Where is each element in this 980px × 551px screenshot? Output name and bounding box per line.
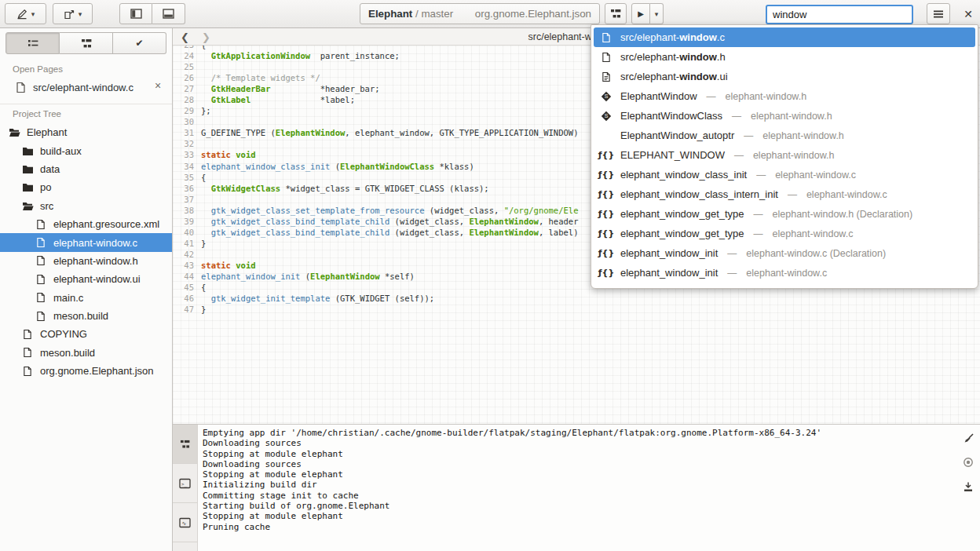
toggle-left-panel-button[interactable]: [119, 3, 152, 24]
result-location: elephant-window.c: [775, 170, 856, 181]
run-button[interactable]: ▶: [631, 3, 650, 24]
tree-item[interactable]: org.gnome.Elephant.json: [0, 362, 172, 380]
export-button[interactable]: ▾: [53, 3, 93, 24]
result-separator: —: [756, 170, 766, 181]
tree-item-label: meson.build: [53, 310, 108, 322]
nav-forward-icon[interactable]: ❯: [202, 31, 210, 43]
search-result[interactable]: ƒ{}elephant_window_init—elephant-window.…: [594, 263, 975, 283]
tree-icon: [81, 38, 92, 49]
result-location: elephant-window.h: [751, 111, 832, 122]
code-line: 46 gtk_widget_init_template (GTK_WIDGET …: [173, 293, 980, 304]
tree-item[interactable]: elephant.gresource.xml: [0, 215, 172, 233]
tree-item[interactable]: build-aux: [0, 141, 172, 159]
panel-tab-strip: >_ ∿: [173, 425, 198, 551]
tree-item[interactable]: meson.build: [0, 344, 172, 362]
search-result[interactable]: ƒ{}elephant_window_class_init—elephant-w…: [594, 165, 975, 184]
editor-mode-button[interactable]: ▾: [5, 3, 46, 24]
search-result[interactable]: ElephantWindow_autoptr—elephant-window.h: [594, 126, 975, 145]
search-result[interactable]: ƒ{}ELEPHANT_WINDOW—elephant-window.h: [594, 145, 975, 165]
tree-item[interactable]: Elephant: [0, 123, 172, 141]
result-location: elephant-window.h (Declaration): [773, 209, 913, 220]
save-log-icon[interactable]: [961, 480, 975, 494]
build-log[interactable]: Emptying app dir '/home/christian/.cache…: [203, 428, 941, 547]
file-icon: [600, 52, 612, 63]
tab-project-tree[interactable]: [60, 32, 113, 54]
pages-list-icon: [27, 38, 38, 48]
tree-item-label: COPYING: [40, 328, 87, 340]
tree-item[interactable]: data: [0, 160, 172, 178]
search-result[interactable]: src/elephant-window.ui: [594, 67, 975, 86]
tree-item-label: po: [40, 181, 51, 193]
search-result[interactable]: ƒ{}elephant_window_get_type—elephant-win…: [594, 224, 975, 243]
folder-icon: [21, 164, 34, 174]
record-log-icon[interactable]: [961, 455, 975, 469]
tree-item[interactable]: elephant-window.ui: [0, 270, 172, 288]
search-result[interactable]: ƒ{}elephant_window_get_type—elephant-win…: [594, 204, 975, 224]
result-separator: —: [754, 209, 763, 220]
svg-text:S: S: [605, 113, 609, 119]
search-result[interactable]: SElephantWindow—elephant-window.h: [594, 86, 975, 106]
open-page-item[interactable]: src/elephant-window.c ×: [0, 77, 172, 97]
svg-text:∿: ∿: [181, 520, 186, 526]
search-result[interactable]: src/elephant-window.c: [594, 27, 975, 47]
tab-terminal[interactable]: >_: [173, 464, 197, 503]
tree-item[interactable]: meson.build: [0, 307, 172, 325]
left-panel-icon: [130, 9, 142, 19]
branch-name: master: [421, 8, 453, 20]
run-options-button[interactable]: ▾: [650, 3, 664, 24]
global-search-input[interactable]: [766, 5, 913, 24]
function-icon: ƒ{}: [600, 189, 612, 199]
bottom-panel-icon: [163, 9, 174, 19]
tree-item[interactable]: elephant-window.c: [0, 233, 172, 251]
search-result[interactable]: ƒ{}elephant_window_init—elephant-window.…: [594, 243, 975, 263]
nav-back-icon[interactable]: ❮: [181, 31, 189, 43]
tree-item[interactable]: elephant-window.h: [0, 252, 172, 270]
svg-text:>_: >_: [181, 480, 188, 487]
log-line: Emptying app dir '/home/christian/.cache…: [203, 428, 941, 438]
function-icon: ƒ{}: [600, 150, 612, 160]
code-text: };: [201, 105, 211, 116]
clear-log-icon[interactable]: [961, 431, 975, 445]
close-page-icon[interactable]: ×: [152, 79, 164, 92]
build-button[interactable]: [605, 3, 627, 24]
runtime-terminal-icon: ∿: [179, 517, 191, 528]
line-number: 25: [173, 61, 201, 72]
project-branch: Elephant / master: [368, 8, 453, 20]
line-number: 36: [173, 183, 201, 194]
result-title: ElephantWindow_autoptr: [620, 130, 734, 141]
tree-item[interactable]: COPYING: [0, 325, 172, 343]
search-result[interactable]: src/elephant-window.h: [594, 47, 975, 67]
tab-todo[interactable]: ✔: [113, 32, 166, 54]
menu-button[interactable]: [927, 3, 950, 24]
omnibar-build-status[interactable]: Elephant / master org.gnome.Elephant.jso…: [360, 3, 600, 24]
line-number: 24: [173, 50, 201, 61]
function-icon: ƒ{}: [600, 209, 612, 219]
line-number: 26: [173, 72, 201, 83]
code-text: elephant_window_init (ElephantWindow *se…: [201, 271, 415, 282]
tree-item[interactable]: main.c: [0, 289, 172, 307]
tree-item-label: org.gnome.Elephant.json: [40, 365, 154, 377]
line-number: 39: [173, 216, 201, 227]
search-result[interactable]: SElephantWindowClass—elephant-window.h: [594, 106, 975, 126]
code-text: }: [201, 238, 206, 249]
tree-item[interactable]: src: [0, 197, 172, 215]
tree-item[interactable]: po: [0, 178, 172, 196]
left-sidebar: ✔ Open Pages src/elephant-window.c × Pro…: [0, 28, 173, 551]
sidebar-view-switcher: ✔: [0, 28, 172, 60]
function-icon: ƒ{}: [600, 248, 612, 258]
folder-open-icon: [21, 201, 34, 211]
result-title: elephant_window_get_type: [620, 208, 744, 220]
tab-build-output[interactable]: [173, 425, 197, 464]
search-results-popover: src/elephant-window.csrc/elephant-window…: [591, 24, 978, 289]
search-result[interactable]: ƒ{}elephant_window_class_intern_init—ele…: [594, 184, 975, 204]
file-icon: [35, 292, 47, 303]
toggle-bottom-panel-button[interactable]: [152, 3, 185, 24]
tab-open-pages[interactable]: [5, 32, 60, 54]
line-number: 46: [173, 293, 201, 304]
function-icon: ƒ{}: [600, 170, 612, 180]
code-text: GtkApplicationWindow parent_instance;: [201, 50, 400, 61]
line-number: 30: [173, 116, 201, 127]
code-text: elephant_window_class_init (ElephantWind…: [201, 161, 474, 172]
result-title: src/elephant-window.ui: [620, 71, 728, 82]
tab-runtime-terminal[interactable]: ∿: [173, 503, 197, 542]
